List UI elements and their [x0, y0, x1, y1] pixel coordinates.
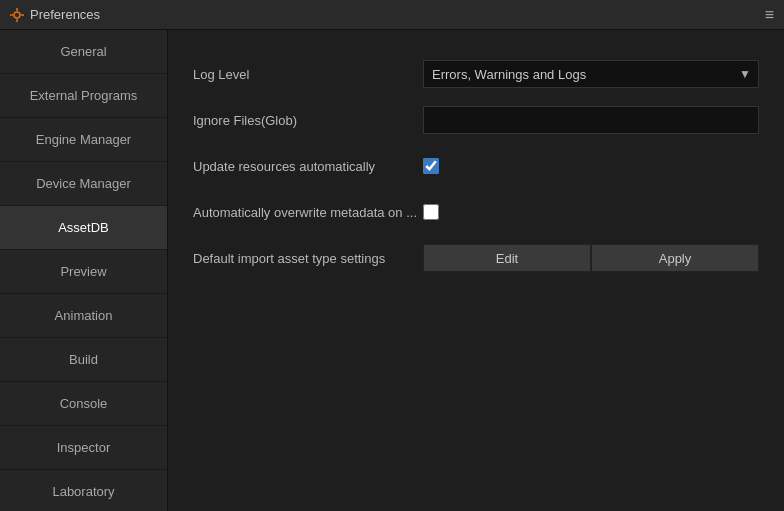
label-ignore-files: Ignore Files(Glob) [193, 113, 423, 128]
dropdown-wrapper-log-level: Errors, Warnings and LogsErrors OnlyErro… [423, 60, 759, 88]
control-default-import: EditApply [423, 244, 759, 272]
sidebar-item-build[interactable]: Build [0, 338, 167, 382]
sidebar-item-inspector[interactable]: Inspector [0, 426, 167, 470]
sidebar-item-external-programs[interactable]: External Programs [0, 74, 167, 118]
label-update-resources: Update resources automatically [193, 159, 423, 174]
label-default-import: Default import asset type settings [193, 251, 423, 266]
svg-point-0 [14, 12, 20, 18]
sidebar-item-general[interactable]: General [0, 30, 167, 74]
main-layout: GeneralExternal ProgramsEngine ManagerDe… [0, 30, 784, 511]
sidebar-item-animation[interactable]: Animation [0, 294, 167, 338]
settings-table: Log LevelErrors, Warnings and LogsErrors… [193, 60, 759, 272]
sidebar-item-console[interactable]: Console [0, 382, 167, 426]
dropdown-log-level[interactable]: Errors, Warnings and LogsErrors OnlyErro… [423, 60, 759, 88]
settings-row-log-level: Log LevelErrors, Warnings and LogsErrors… [193, 60, 759, 88]
preferences-icon [10, 8, 24, 22]
checkbox-update-resources[interactable] [423, 158, 439, 174]
title-bar: Preferences ≡ [0, 0, 784, 30]
button-row-default-import: EditApply [423, 244, 759, 272]
sidebar-item-preview[interactable]: Preview [0, 250, 167, 294]
settings-row-ignore-files: Ignore Files(Glob) [193, 106, 759, 134]
content-area: Log LevelErrors, Warnings and LogsErrors… [168, 30, 784, 511]
title-bar-left: Preferences [10, 7, 100, 22]
settings-row-default-import: Default import asset type settingsEditAp… [193, 244, 759, 272]
control-update-resources [423, 158, 759, 174]
control-auto-overwrite [423, 204, 759, 220]
sidebar-item-device-manager[interactable]: Device Manager [0, 162, 167, 206]
menu-icon[interactable]: ≡ [765, 6, 774, 24]
control-ignore-files [423, 106, 759, 134]
window-title: Preferences [30, 7, 100, 22]
settings-row-update-resources: Update resources automatically [193, 152, 759, 180]
sidebar-item-laboratory[interactable]: Laboratory [0, 470, 167, 511]
edit-button[interactable]: Edit [423, 244, 591, 272]
checkbox-auto-overwrite[interactable] [423, 204, 439, 220]
control-log-level: Errors, Warnings and LogsErrors OnlyErro… [423, 60, 759, 88]
apply-button[interactable]: Apply [591, 244, 759, 272]
sidebar-item-engine-manager[interactable]: Engine Manager [0, 118, 167, 162]
label-log-level: Log Level [193, 67, 423, 82]
sidebar-item-assetdb[interactable]: AssetDB [0, 206, 167, 250]
settings-row-auto-overwrite: Automatically overwrite metadata on ... [193, 198, 759, 226]
input-ignore-files[interactable] [423, 106, 759, 134]
label-auto-overwrite: Automatically overwrite metadata on ... [193, 205, 423, 220]
sidebar: GeneralExternal ProgramsEngine ManagerDe… [0, 30, 168, 511]
